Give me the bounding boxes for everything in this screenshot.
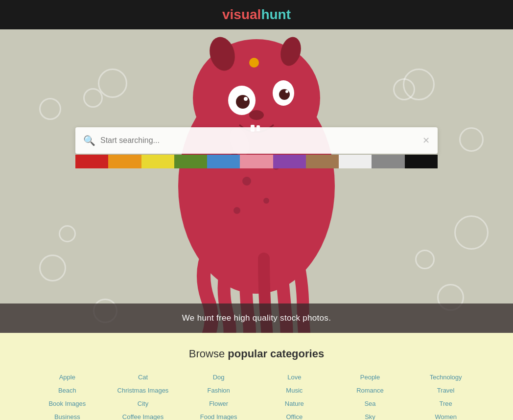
categories-grid: AppleCatDogLovePeopleTechnologyBeachChri… bbox=[29, 372, 484, 420]
categories-heading: Browse popular categories bbox=[29, 348, 484, 360]
category-link[interactable]: People bbox=[332, 372, 408, 382]
category-link[interactable]: Love bbox=[256, 372, 332, 382]
swatch-black[interactable] bbox=[405, 155, 438, 168]
category-link[interactable]: Sky bbox=[332, 412, 408, 420]
swatch-orange[interactable] bbox=[108, 155, 141, 168]
swatch-green[interactable] bbox=[174, 155, 207, 168]
deco-circle bbox=[415, 250, 435, 269]
swatch-purple[interactable] bbox=[273, 155, 306, 168]
category-link[interactable]: Beach bbox=[29, 385, 105, 396]
hero-illustration bbox=[159, 29, 354, 333]
header: visualhunt bbox=[0, 0, 513, 29]
swatch-white[interactable] bbox=[339, 155, 372, 168]
svg-point-16 bbox=[242, 177, 251, 186]
hero-caption: We hunt free high quality stock photos. bbox=[0, 303, 513, 333]
color-swatches bbox=[75, 155, 438, 168]
hero-section: 🔍 ✕ We hunt free high quality stock phot… bbox=[0, 29, 513, 333]
swatch-red[interactable] bbox=[75, 155, 108, 168]
svg-point-4 bbox=[249, 58, 259, 68]
deco-circle bbox=[39, 255, 66, 281]
search-bar: 🔍 ✕ bbox=[75, 127, 438, 154]
category-link[interactable]: Tree bbox=[408, 398, 484, 409]
categories-section: Browse popular categories AppleCatDogLov… bbox=[0, 333, 513, 420]
logo-hunt: hunt bbox=[261, 7, 291, 22]
deco-circle bbox=[59, 225, 76, 242]
category-link[interactable]: Flower bbox=[181, 398, 256, 409]
category-link[interactable]: Apple bbox=[29, 372, 105, 382]
search-icon: 🔍 bbox=[83, 135, 95, 146]
deco-circle bbox=[459, 127, 484, 152]
search-input[interactable] bbox=[100, 136, 422, 145]
category-link[interactable]: Fashion bbox=[181, 385, 256, 396]
heading-bold: popular categories bbox=[228, 348, 324, 360]
logo-visual: visual bbox=[222, 7, 261, 22]
svg-point-8 bbox=[279, 89, 290, 100]
category-link[interactable]: Christmas Images bbox=[105, 385, 181, 396]
category-link[interactable]: Office bbox=[256, 412, 332, 420]
svg-point-10 bbox=[285, 90, 288, 93]
heading-normal: Browse bbox=[189, 348, 228, 360]
category-link[interactable]: Sea bbox=[332, 398, 408, 409]
svg-point-9 bbox=[244, 97, 248, 101]
category-link[interactable]: Coffee Images bbox=[105, 412, 181, 420]
category-link[interactable]: Romance bbox=[332, 385, 408, 396]
hero-caption-text: We hunt free high quality stock photos. bbox=[182, 313, 331, 323]
clear-icon[interactable]: ✕ bbox=[422, 135, 430, 146]
swatch-yellow[interactable] bbox=[141, 155, 174, 168]
category-link[interactable]: Food Images bbox=[181, 412, 256, 420]
category-link[interactable]: Book Images bbox=[29, 398, 105, 409]
svg-point-17 bbox=[263, 198, 269, 204]
deco-circle bbox=[98, 69, 127, 98]
swatch-gray[interactable] bbox=[372, 155, 404, 168]
svg-point-11 bbox=[249, 110, 264, 120]
logo[interactable]: visualhunt bbox=[222, 7, 291, 23]
category-link[interactable]: Business bbox=[29, 412, 105, 420]
category-link[interactable]: Travel bbox=[408, 385, 484, 396]
deco-circle bbox=[83, 88, 103, 108]
swatch-brown[interactable] bbox=[306, 155, 339, 168]
category-link[interactable]: Cat bbox=[105, 372, 181, 382]
category-link[interactable]: Technology bbox=[408, 372, 484, 382]
category-link[interactable]: Women bbox=[408, 412, 484, 420]
swatch-blue[interactable] bbox=[207, 155, 240, 168]
svg-point-7 bbox=[236, 95, 250, 109]
swatch-pink[interactable] bbox=[240, 155, 273, 168]
search-section: 🔍 ✕ bbox=[75, 127, 438, 168]
deco-circle bbox=[39, 98, 61, 120]
category-link[interactable]: Nature bbox=[256, 398, 332, 409]
category-link[interactable]: City bbox=[105, 398, 181, 409]
category-link[interactable]: Dog bbox=[181, 372, 256, 382]
svg-point-18 bbox=[233, 207, 240, 214]
category-link[interactable]: Music bbox=[256, 385, 332, 396]
deco-circle bbox=[403, 69, 435, 100]
deco-circle bbox=[454, 215, 489, 250]
